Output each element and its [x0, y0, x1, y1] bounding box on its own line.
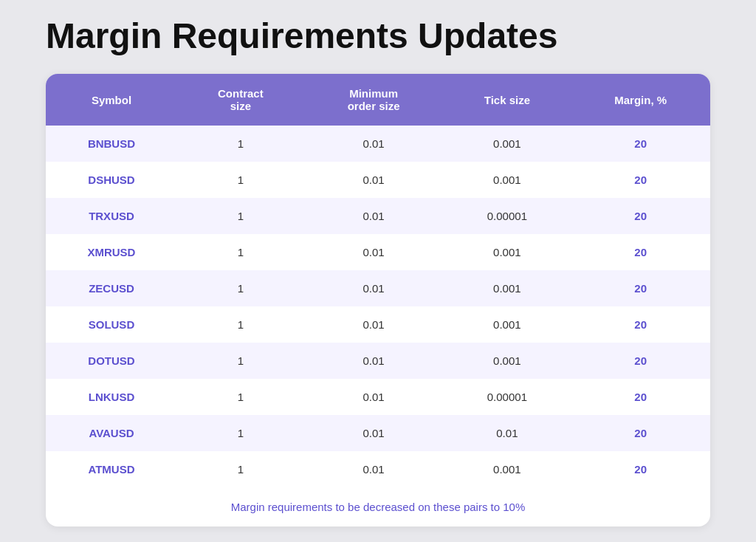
cell-tick-size: 0.001 — [443, 162, 571, 198]
cell-symbol: TRXUSD — [46, 198, 177, 234]
cell-symbol: LNKUSD — [46, 379, 177, 415]
cell-margin: 20 — [571, 451, 710, 487]
cell-margin: 20 — [571, 415, 710, 451]
cell-margin: 20 — [571, 126, 710, 162]
page-title: Margin Requirements Updates — [46, 16, 710, 56]
header-symbol: Symbol — [46, 74, 177, 126]
footer-note: Margin requirements to be decreased on t… — [46, 487, 710, 526]
cell-contract-size: 1 — [177, 198, 304, 234]
cell-margin: 20 — [571, 270, 710, 306]
cell-contract-size: 1 — [177, 343, 304, 379]
cell-min-order-size: 0.01 — [304, 306, 444, 343]
table-row: DSHUSD10.010.00120 — [46, 162, 710, 198]
cell-min-order-size: 0.01 — [304, 270, 444, 306]
cell-min-order-size: 0.01 — [304, 234, 444, 270]
cell-symbol: DOTUSD — [46, 343, 177, 379]
cell-min-order-size: 0.01 — [304, 451, 444, 487]
table-row: XMRUSD10.010.00120 — [46, 234, 710, 270]
table-row: BNBUSD10.010.00120 — [46, 126, 710, 162]
cell-contract-size: 1 — [177, 126, 304, 162]
cell-min-order-size: 0.01 — [304, 162, 444, 198]
cell-contract-size: 1 — [177, 415, 304, 451]
table-row: TRXUSD10.010.0000120 — [46, 198, 710, 234]
main-container: Margin Requirements Updates Symbol Contr… — [46, 16, 710, 526]
cell-margin: 20 — [571, 379, 710, 415]
table-body: BNBUSD10.010.00120DSHUSD10.010.00120TRXU… — [46, 126, 710, 487]
cell-margin: 20 — [571, 162, 710, 198]
table-row: SOLUSD10.010.00120 — [46, 306, 710, 343]
table-row: ATMUSD10.010.00120 — [46, 451, 710, 487]
header-min-order-size: Minimumorder size — [304, 74, 444, 126]
cell-tick-size: 0.00001 — [443, 198, 571, 234]
table-card: Symbol Contractsize Minimumorder size Ti… — [46, 74, 710, 526]
cell-min-order-size: 0.01 — [304, 198, 444, 234]
cell-contract-size: 1 — [177, 451, 304, 487]
table-row: AVAUSD10.010.0120 — [46, 415, 710, 451]
header-margin: Margin, % — [571, 74, 710, 126]
cell-tick-size: 0.001 — [443, 451, 571, 487]
cell-contract-size: 1 — [177, 162, 304, 198]
cell-min-order-size: 0.01 — [304, 379, 444, 415]
cell-symbol: DSHUSD — [46, 162, 177, 198]
cell-contract-size: 1 — [177, 379, 304, 415]
cell-min-order-size: 0.01 — [304, 415, 444, 451]
table-row: ZECUSD10.010.00120 — [46, 270, 710, 306]
cell-margin: 20 — [571, 306, 710, 343]
cell-symbol: SOLUSD — [46, 306, 177, 343]
cell-symbol: XMRUSD — [46, 234, 177, 270]
cell-tick-size: 0.01 — [443, 415, 571, 451]
cell-contract-size: 1 — [177, 234, 304, 270]
cell-min-order-size: 0.01 — [304, 343, 444, 379]
cell-symbol: ZECUSD — [46, 270, 177, 306]
cell-contract-size: 1 — [177, 270, 304, 306]
margin-table: Symbol Contractsize Minimumorder size Ti… — [46, 74, 710, 487]
cell-tick-size: 0.001 — [443, 234, 571, 270]
cell-tick-size: 0.001 — [443, 126, 571, 162]
cell-margin: 20 — [571, 343, 710, 379]
cell-tick-size: 0.001 — [443, 306, 571, 343]
cell-symbol: AVAUSD — [46, 415, 177, 451]
cell-margin: 20 — [571, 198, 710, 234]
table-row: LNKUSD10.010.0000120 — [46, 379, 710, 415]
cell-symbol: ATMUSD — [46, 451, 177, 487]
cell-margin: 20 — [571, 234, 710, 270]
cell-tick-size: 0.001 — [443, 270, 571, 306]
cell-symbol: BNBUSD — [46, 126, 177, 162]
table-row: DOTUSD10.010.00120 — [46, 343, 710, 379]
header-tick-size: Tick size — [443, 74, 571, 126]
header-row: Symbol Contractsize Minimumorder size Ti… — [46, 74, 710, 126]
table-header: Symbol Contractsize Minimumorder size Ti… — [46, 74, 710, 126]
header-contract-size: Contractsize — [177, 74, 304, 126]
cell-tick-size: 0.001 — [443, 343, 571, 379]
cell-min-order-size: 0.01 — [304, 126, 444, 162]
cell-contract-size: 1 — [177, 306, 304, 343]
cell-tick-size: 0.00001 — [443, 379, 571, 415]
